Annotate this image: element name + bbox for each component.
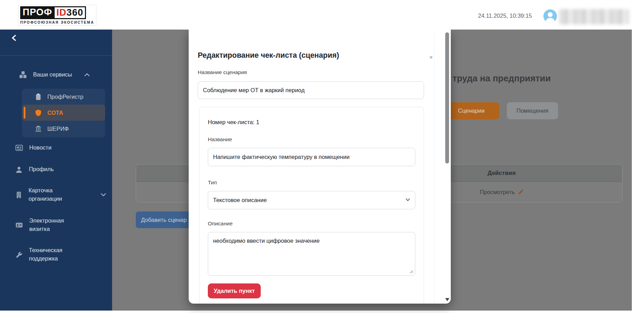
delete-item-button[interactable]: Удалить пункт bbox=[208, 283, 261, 298]
sidebar-divider bbox=[0, 55, 112, 56]
column-header-actions: Действия bbox=[449, 164, 554, 182]
news-icon bbox=[15, 144, 23, 151]
sidebar-collapse-button[interactable] bbox=[10, 34, 19, 43]
logo[interactable]: ПРОФ ID360 ПРОФСОЮЗНАЯ ЭКОСИСТЕМА bbox=[18, 5, 96, 26]
logo-id-segment: ID bbox=[56, 7, 66, 18]
services-submenu: ПрофРегистр СОТА bbox=[22, 89, 105, 137]
user-name-redacted bbox=[559, 9, 629, 24]
item-name-input[interactable] bbox=[208, 148, 415, 166]
edit-checklist-modal: Редактирование чек-листа (сценария) ✕ На… bbox=[189, 30, 451, 304]
sidebar-item-label: Профиль bbox=[29, 165, 54, 174]
clipboard-icon bbox=[35, 93, 42, 101]
item-name-label: Название bbox=[208, 136, 232, 143]
sidebar-item-label: Электронная визитка bbox=[29, 217, 74, 233]
tab-rooms[interactable]: Помещения bbox=[507, 102, 558, 119]
sidebar-item-sota[interactable]: СОТА bbox=[22, 105, 105, 121]
chevron-up-icon bbox=[84, 73, 90, 77]
add-scenario-button[interactable]: Добавить сценар bbox=[136, 211, 197, 228]
modal-title: Редактирование чек-листа (сценария) bbox=[198, 51, 339, 60]
active-indicator-bar bbox=[24, 107, 25, 119]
chevron-left-icon bbox=[11, 34, 18, 42]
item-type-label: Тип bbox=[208, 179, 217, 186]
sidebar-item-org-card[interactable]: Карточка организации bbox=[15, 185, 107, 204]
logo-prof-segment: ПРОФ bbox=[20, 6, 55, 19]
services-icon bbox=[19, 71, 27, 79]
sidebar-item-label: Техническая поддержка bbox=[29, 246, 74, 263]
sidebar-item-profile[interactable]: Профиль bbox=[15, 163, 54, 176]
screen: ПРОФ ID360 ПРОФСОЮЗНАЯ ЭКОСИСТЕМА 24.11.… bbox=[0, 0, 644, 313]
sidebar-item-label: ШЕРИФ bbox=[47, 126, 69, 132]
datetime-text: 24.11.2025, 10:39:15 bbox=[478, 13, 532, 19]
bank-icon bbox=[35, 125, 42, 132]
item-type-select[interactable]: Текстовое описание bbox=[208, 191, 415, 209]
id-card-icon bbox=[15, 222, 23, 228]
chevron-down-icon bbox=[100, 193, 107, 197]
view-action-label: Просмотреть bbox=[480, 189, 515, 195]
item-description-label: Описание bbox=[208, 220, 233, 227]
sidebar-item-profregistr[interactable]: ПрофРегистр bbox=[22, 89, 105, 105]
chevron-down-icon bbox=[406, 198, 410, 201]
sidebar-item-label: СОТА bbox=[47, 110, 63, 116]
user-avatar[interactable] bbox=[543, 9, 557, 23]
item-type-selected-value: Текстовое описание bbox=[213, 197, 267, 203]
modal-close-button[interactable]: ✕ bbox=[427, 54, 434, 61]
sidebar-item-label: ПрофРегистр bbox=[47, 94, 83, 100]
page-title: труда на предприятии bbox=[453, 73, 551, 83]
person-icon bbox=[15, 166, 23, 173]
sidebar-item-e-business-card[interactable]: Электронная визитка bbox=[15, 215, 74, 235]
item-description-textarea[interactable]: необходимо ввести цифровое значение bbox=[208, 232, 415, 276]
checklist-item-card: Номер чек-листа: 1 Название Тип Текстово… bbox=[199, 107, 424, 304]
view-action-link[interactable]: Просмотреть bbox=[449, 182, 554, 202]
sidebar-item-tech-support[interactable]: Техническая поддержка bbox=[15, 245, 74, 264]
sidebar-item-services[interactable]: Ваши сервисы bbox=[19, 69, 90, 81]
logo-360-segment: 360 bbox=[66, 7, 83, 18]
shield-icon bbox=[35, 109, 42, 117]
sidebar-item-label: Новости bbox=[29, 144, 52, 152]
sidebar-item-sherif[interactable]: ШЕРИФ bbox=[22, 121, 105, 137]
person-icon bbox=[543, 9, 557, 23]
logo-wordmark: ПРОФ ID360 bbox=[20, 6, 94, 19]
scenario-name-label: Название сценария bbox=[198, 69, 247, 75]
resize-grip-icon[interactable] bbox=[409, 269, 413, 273]
sidebar-item-label: Карточка организации bbox=[29, 186, 74, 203]
modal-scroll-divider bbox=[434, 30, 435, 304]
app-header: ПРОФ ID360 ПРОФСОЮЗНАЯ ЭКОСИСТЕМА 24.11.… bbox=[0, 0, 644, 30]
sidebar: Ваши сервисы ПрофРегистр bbox=[0, 30, 112, 311]
scroll-down-arrow-icon[interactable] bbox=[445, 298, 449, 301]
scenario-name-input[interactable] bbox=[198, 81, 424, 99]
logo-tagline: ПРОФСОЮЗНАЯ ЭКОСИСТЕМА bbox=[20, 20, 94, 24]
sidebar-item-news[interactable]: Новости bbox=[15, 142, 52, 154]
building-icon bbox=[15, 191, 22, 199]
tab-scenarios[interactable]: Сценарии bbox=[443, 102, 499, 119]
sidebar-item-label: Ваши сервисы bbox=[33, 71, 72, 79]
wrench-icon bbox=[15, 251, 23, 258]
modal-scrollbar-thumb[interactable] bbox=[445, 32, 449, 163]
pencil-icon bbox=[518, 189, 524, 195]
checklist-number-text: Номер чек-листа: 1 bbox=[208, 119, 259, 126]
